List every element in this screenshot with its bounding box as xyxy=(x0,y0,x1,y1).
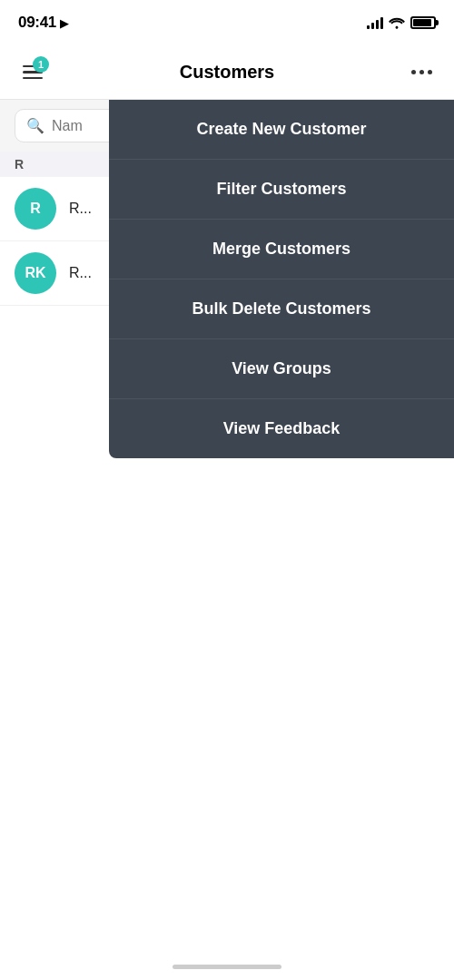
status-time: 09:41 xyxy=(18,14,56,32)
status-bar: 09:41 ▶ xyxy=(0,0,454,45)
battery-icon xyxy=(410,16,436,29)
home-indicator xyxy=(173,965,281,969)
wifi-icon xyxy=(389,16,405,29)
dropdown-item-view-groups[interactable]: View Groups xyxy=(109,339,454,399)
more-dots-icon xyxy=(411,70,432,74)
status-icons xyxy=(367,16,436,29)
dropdown-item-filter-customers[interactable]: Filter Customers xyxy=(109,160,454,220)
page-title: Customers xyxy=(180,62,274,83)
dropdown-item-merge-customers[interactable]: Merge Customers xyxy=(109,220,454,279)
avatar: R xyxy=(15,188,56,230)
avatar: RK xyxy=(15,252,56,294)
search-icon: 🔍 xyxy=(26,117,44,134)
nav-bar: 1 Customers xyxy=(0,45,454,100)
dropdown-item-view-feedback[interactable]: View Feedback xyxy=(109,399,454,458)
notification-badge: 1 xyxy=(33,56,49,73)
status-time-area: 09:41 ▶ xyxy=(18,14,69,32)
dropdown-menu: Create New Customer Filter Customers Mer… xyxy=(109,100,454,458)
menu-button[interactable]: 1 xyxy=(15,54,51,91)
signal-icon xyxy=(367,16,383,29)
dropdown-item-bulk-delete-customers[interactable]: Bulk Delete Customers xyxy=(109,279,454,339)
customer-name: R... xyxy=(69,201,92,216)
dropdown-item-create-new-customer[interactable]: Create New Customer xyxy=(109,100,454,160)
customer-name: R... xyxy=(69,265,92,280)
location-arrow-icon: ▶ xyxy=(60,16,69,30)
more-button[interactable] xyxy=(403,54,439,91)
